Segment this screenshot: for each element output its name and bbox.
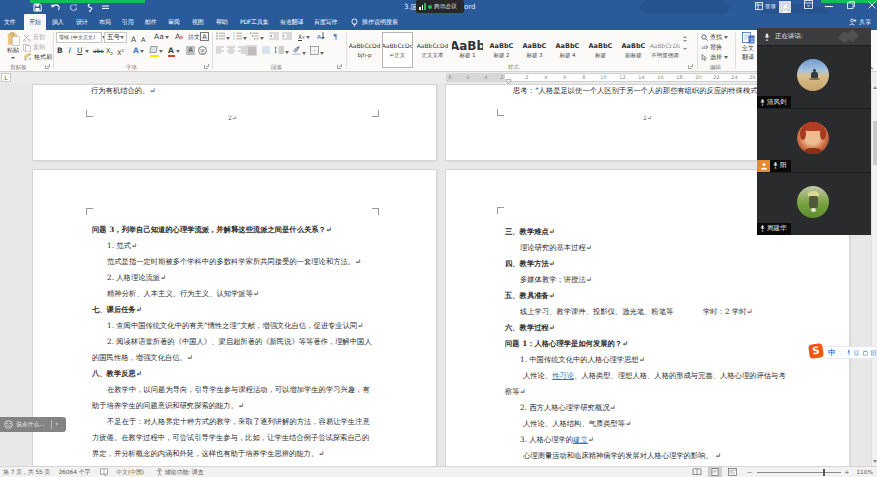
minimize-button[interactable] <box>822 0 836 14</box>
customize-qat-icon[interactable] <box>102 4 109 11</box>
underline-button[interactable]: U <box>77 46 83 56</box>
participant-tile[interactable]: 阳 <box>757 108 871 171</box>
sign-in-button[interactable]: 登录 <box>755 2 776 10</box>
clipboard-dialog-launcher[interactable] <box>45 65 49 69</box>
read-mode-button[interactable] <box>692 468 702 477</box>
vertical-scrollbar[interactable] <box>871 83 877 466</box>
find-button[interactable]: 查找 <box>701 33 728 42</box>
ime-more-icon[interactable] <box>871 349 876 357</box>
zoom-level[interactable]: 110% <box>856 469 873 475</box>
tab-selector[interactable]: L <box>1 73 11 82</box>
page-indicator[interactable]: 第 7 页，共 55 页 <box>3 468 50 477</box>
align-right-button[interactable] <box>238 46 246 57</box>
participant-tile[interactable]: 清风剑 <box>757 45 871 108</box>
grow-font-button[interactable]: Aˆ <box>131 32 138 45</box>
bold-button[interactable]: B <box>57 46 63 56</box>
scrollbar-thumb[interactable] <box>873 121 877 165</box>
shrink-font-button[interactable]: Aˇ <box>141 33 147 45</box>
ime-mode-chinese[interactable]: 中 <box>828 347 836 359</box>
copy-button[interactable]: 复制 <box>23 43 45 52</box>
chat-collapse-arrow[interactable]: ‹ <box>55 417 58 432</box>
tab-帮助[interactable]: 帮助 <box>216 14 228 30</box>
text-effects-button[interactable]: A <box>133 46 144 56</box>
restore-button[interactable] <box>844 0 858 13</box>
highlight-button[interactable] <box>150 46 163 56</box>
paste-button[interactable]: 粘贴 <box>4 32 22 59</box>
justify-button[interactable] <box>246 45 257 56</box>
paragraph-dialog-launcher[interactable] <box>337 65 341 69</box>
font-name-combo[interactable]: 等线 (中文正文) <box>56 32 102 43</box>
ime-punctuation-icon[interactable]: ’, <box>839 349 843 357</box>
line-spacing-button[interactable] <box>274 46 289 57</box>
show-marks-button[interactable]: ¶ <box>333 32 337 42</box>
character-shading-button[interactable]: A <box>186 46 195 55</box>
chat-quick-input[interactable]: 说点什么... ‹ <box>0 417 66 432</box>
select-button[interactable]: 选择 <box>701 53 728 62</box>
underline-caret[interactable] <box>85 50 89 53</box>
styles-dialog-launcher[interactable] <box>688 65 692 69</box>
styles-gallery-scroll[interactable] <box>683 36 687 50</box>
print-layout-button[interactable] <box>708 467 722 477</box>
tab-审阅[interactable]: 审阅 <box>168 14 180 30</box>
ime-mic-icon[interactable] <box>847 348 851 357</box>
accessibility-icon[interactable] <box>156 468 163 477</box>
tab-插入[interactable]: 插入 <box>52 14 64 30</box>
tab-百度写作[interactable]: 百度写作 <box>314 14 337 30</box>
tab-设计[interactable]: 设计 <box>76 14 88 30</box>
style-bjh-p[interactable]: AaBbCcDdbjh-p <box>349 32 380 68</box>
web-layout-button[interactable] <box>728 468 737 477</box>
ime-toolbar[interactable]: 中 ’, <box>820 346 877 359</box>
tab-PDF工具集[interactable]: PDF工具集 <box>240 14 269 30</box>
undo-icon[interactable] <box>50 3 61 12</box>
tab-文件[interactable]: 文件 <box>4 14 16 30</box>
word-count[interactable]: 26064 个字 <box>58 468 90 477</box>
align-center-button[interactable] <box>227 46 235 57</box>
style-副标题[interactable]: AaBbC副标题 <box>618 32 649 68</box>
style-不明显强调[interactable]: AaBbCcDd不明显强调 <box>650 32 680 68</box>
borders-button[interactable] <box>310 46 324 58</box>
bullets-button[interactable] <box>216 32 230 43</box>
align-left-button[interactable] <box>216 46 224 57</box>
pen-mode-icon[interactable] <box>86 3 94 12</box>
tell-me-search[interactable]: 操作说明搜索 <box>350 14 398 30</box>
style-↵正文[interactable]: AaBbCcDd↵正文 <box>382 32 413 68</box>
character-border-button[interactable]: A <box>200 32 209 41</box>
shading-button[interactable] <box>292 46 306 58</box>
save-icon[interactable] <box>33 3 42 12</box>
tab-引用[interactable]: 引用 <box>122 14 134 30</box>
style-标题 4[interactable]: AaBbC标题 4 <box>552 32 583 68</box>
font-color-button[interactable]: A <box>168 46 180 56</box>
close-button[interactable] <box>865 0 877 14</box>
scroll-down-icon[interactable] <box>873 460 877 463</box>
enclose-characters-button[interactable]: 字 <box>198 46 207 55</box>
participant-tile[interactable]: 周建华 <box>757 172 871 235</box>
language-indicator[interactable]: 中文(中国) <box>116 468 144 477</box>
scroll-up-icon[interactable] <box>873 86 877 89</box>
full-translate-button[interactable]: 文 全文 翻译 <box>739 32 757 62</box>
style-正文文本[interactable]: AaBbCcDd正文文本 <box>417 32 448 68</box>
ribbon-display-options-button[interactable] <box>801 0 815 13</box>
superscript-button[interactable]: X2 <box>117 46 124 58</box>
style-标题[interactable]: AaBbC标题 <box>585 32 616 68</box>
tab-邮件[interactable]: 邮件 <box>145 14 157 30</box>
italic-button[interactable]: I <box>68 46 70 56</box>
document-area[interactable]: 行为有机结合的。↵思考：“人格是足以使一个人区别于另一个人的那些有组织的反应的特… <box>0 83 871 466</box>
style-标题 2[interactable]: AaBbC标题 2 <box>486 32 517 68</box>
font-dialog-launcher[interactable] <box>204 65 208 69</box>
meeting-status-pill[interactable]: 腾讯会议 <box>416 0 464 13</box>
proofing-icon[interactable] <box>100 468 108 477</box>
account-avatar[interactable] <box>779 1 791 13</box>
increase-indent-button[interactable] <box>282 32 292 43</box>
tab-有道翻译[interactable]: 有道翻译 <box>280 14 303 30</box>
phonetic-guide-button[interactable]: 拼文 <box>188 32 200 42</box>
zoom-out-button[interactable]: — <box>747 469 753 475</box>
font-size-combo[interactable]: 五号 <box>104 32 127 43</box>
chat-placeholder[interactable]: 说点什么... <box>16 420 45 428</box>
change-case-button[interactable]: Aa <box>154 32 169 42</box>
cut-button[interactable]: 剪切 <box>23 33 45 42</box>
zoom-slider[interactable] <box>757 472 841 473</box>
tab-开始[interactable]: 开始 <box>24 14 46 30</box>
style-标题 3[interactable]: AaBbC标题 3 <box>519 32 550 68</box>
clear-formatting-button[interactable]: A <box>175 32 183 42</box>
ime-emoji-panel-icon[interactable] <box>854 349 859 357</box>
